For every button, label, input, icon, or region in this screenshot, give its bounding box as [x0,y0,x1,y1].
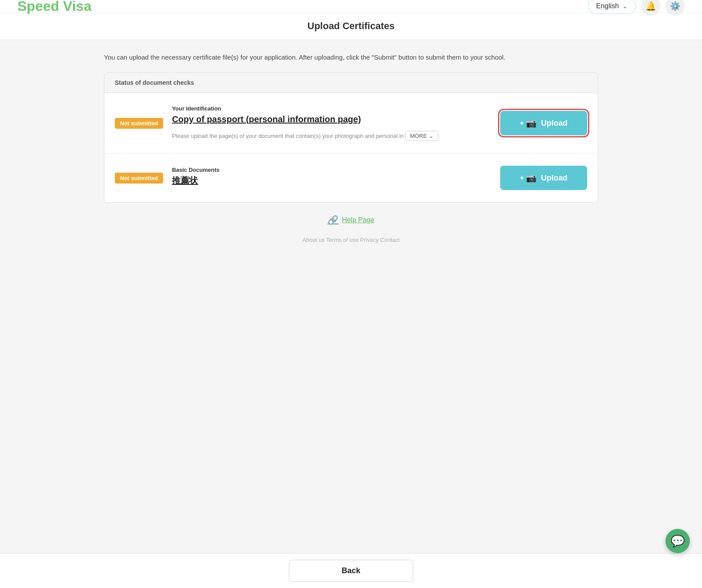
upload-button-passport[interactable]: + 📷 Upload [500,111,587,135]
plus-icon: + [520,119,524,127]
doc-info: Basic Documents 推薦状 [172,167,491,190]
logo: Speed Visa [17,0,91,14]
link-icon: 🔗 [328,215,338,225]
gear-icon: ⚙️ [670,1,681,11]
language-label: English [596,2,619,10]
footer-links: About us Terms of use Privacy Contact [104,232,598,252]
upload-button-recommendation[interactable]: + 📷 Upload [500,166,587,190]
header: Speed Visa English ⌄ 🔔 ⚙️ [0,0,702,13]
help-section: 🔗 Help Page [104,203,598,232]
doc-description: Please upload the page(s) of your docume… [172,128,491,141]
chat-icon: 💬 [671,535,685,548]
doc-name: Copy of passport (personal information p… [172,114,491,125]
page-description: You can upload the necessary certificate… [104,52,598,63]
status-badge: Not submitted [115,118,163,129]
document-row: Not submitted Basic Documents 推薦状 + 📷 Up… [104,153,598,202]
doc-category: Basic Documents [172,167,491,173]
doc-info: Your Identification Copy of passport (pe… [172,105,491,141]
bell-icon: 🔔 [645,1,656,11]
chevron-down-icon: ⌄ [429,133,434,139]
main-content: You can upload the necessary certificate… [90,40,612,588]
camera-icon: 📷 [526,173,537,183]
camera-icon: 📷 [526,118,537,128]
upload-label: Upload [541,119,568,128]
chat-bubble-button[interactable]: 💬 [665,529,690,553]
document-row: Not submitted Your Identification Copy o… [104,93,598,153]
header-controls: English ⌄ 🔔 ⚙️ [588,0,685,16]
more-button[interactable]: MORE ⌄ [405,131,438,141]
doc-card-header: Status of document checks [104,73,598,93]
settings-button[interactable]: ⚙️ [665,0,685,16]
back-bar: Back [0,553,702,588]
chevron-down-icon: ⌄ [622,3,628,10]
help-page-link[interactable]: 🔗 Help Page [328,215,374,225]
doc-card-section-title: Status of document checks [115,79,194,86]
page-title: Upload Certificates [308,20,395,31]
more-label: MORE [410,133,427,139]
doc-name: 推薦状 [172,175,491,186]
page-title-bar: Upload Certificates [0,13,702,40]
logo-text: Speed Visa [17,0,91,14]
back-button[interactable]: Back [289,560,413,582]
upload-label: Upload [541,174,568,183]
document-status-card: Status of document checks Not submitted … [104,72,598,203]
doc-category: Your Identification [172,105,491,112]
language-selector[interactable]: English ⌄ [588,0,636,14]
status-badge: Not submitted [115,173,163,184]
help-link-text: Help Page [342,216,374,224]
plus-icon: + [520,174,524,182]
notification-bell-button[interactable]: 🔔 [641,0,660,16]
